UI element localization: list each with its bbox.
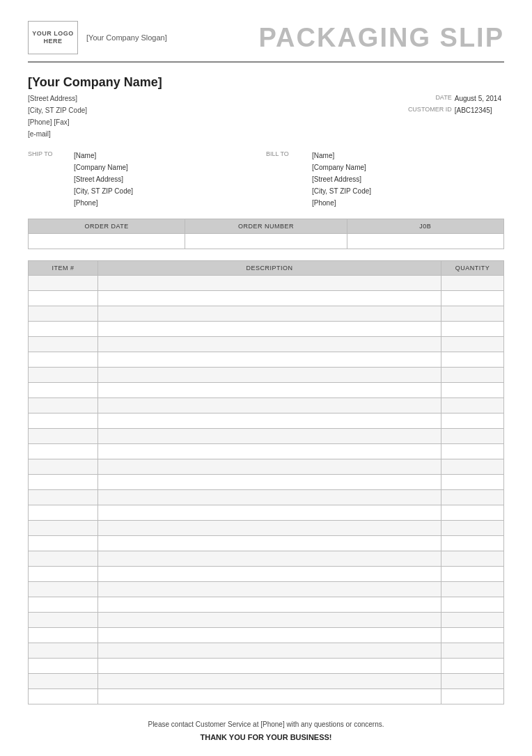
table-row <box>29 459 504 475</box>
table-row <box>29 613 504 628</box>
company-street: [Street Address] <box>28 93 87 104</box>
quantity-cell <box>441 414 504 429</box>
description-cell <box>98 459 441 475</box>
description-cell <box>98 444 441 459</box>
table-row <box>29 444 504 459</box>
order-date-header: ORDER DATE <box>29 219 185 234</box>
company-section: [Your Company Name] [Street Address] [Ci… <box>28 75 504 140</box>
footer: Please contact Customer Service at [Phon… <box>28 718 504 745</box>
description-cell <box>98 536 441 551</box>
quantity-cell <box>441 306 504 322</box>
quantity-cell <box>441 490 504 505</box>
page-title: PACKAGING SLIP <box>259 23 504 53</box>
description-cell <box>98 429 441 444</box>
item-cell <box>29 475 98 490</box>
table-row <box>29 659 504 674</box>
company-address: [Street Address] [City, ST ZIP Code] [Ph… <box>28 93 87 140</box>
description-cell <box>98 643 441 659</box>
item-cell <box>29 291 98 306</box>
ship-to-block: SHIP TO [Name] [Company Name] [Street Ad… <box>28 150 266 209</box>
order-number-cell <box>185 234 347 249</box>
table-row <box>29 276 504 291</box>
quantity-cell <box>441 505 504 521</box>
item-cell <box>29 521 98 536</box>
item-cell <box>29 613 98 628</box>
order-row <box>29 234 504 249</box>
header-left: YOUR LOGO HERE [Your Company Slogan] <box>28 21 167 54</box>
item-cell <box>29 628 98 643</box>
table-row <box>29 674 504 689</box>
footer-thank-you: THANK YOU FOR YOUR BUSINESS! <box>28 731 504 745</box>
bill-to-company: [Company Name] <box>312 162 371 173</box>
item-cell <box>29 689 98 704</box>
order-table: ORDER DATE ORDER NUMBER J0B <box>28 219 504 249</box>
quantity-cell <box>441 383 504 398</box>
item-cell <box>29 368 98 383</box>
bill-to-label: BILL TO <box>266 150 301 209</box>
footer-contact: Please contact Customer Service at [Phon… <box>28 718 504 731</box>
order-number-header: ORDER NUMBER <box>185 219 347 234</box>
table-row <box>29 368 504 383</box>
page: YOUR LOGO HERE [Your Company Slogan] PAC… <box>0 0 532 756</box>
item-cell <box>29 536 98 551</box>
description-cell <box>98 689 441 704</box>
bill-to-street: [Street Address] <box>312 173 371 185</box>
item-cell <box>29 505 98 521</box>
quantity-cell <box>441 459 504 475</box>
ship-to-label: SHIP TO <box>28 150 63 209</box>
description-cell <box>98 613 441 628</box>
table-row <box>29 689 504 704</box>
description-cell <box>98 306 441 322</box>
description-cell <box>98 352 441 368</box>
description-cell <box>98 490 441 505</box>
date-value: August 5, 2014 <box>455 93 504 104</box>
job-cell <box>347 234 503 249</box>
meta-info: DATE August 5, 2014 CUSTOMER ID [ABC1234… <box>408 93 504 116</box>
description-cell <box>98 475 441 490</box>
item-cell <box>29 429 98 444</box>
bill-to-address: [Name] [Company Name] [Street Address] [… <box>312 150 371 209</box>
item-cell <box>29 597 98 613</box>
quantity-cell <box>441 643 504 659</box>
table-row <box>29 306 504 322</box>
quantity-cell <box>441 429 504 444</box>
description-cell <box>98 551 441 567</box>
item-cell <box>29 459 98 475</box>
header: YOUR LOGO HERE [Your Company Slogan] PAC… <box>28 21 504 63</box>
description-cell <box>98 582 441 597</box>
item-cell <box>29 490 98 505</box>
description-cell <box>98 291 441 306</box>
item-cell <box>29 383 98 398</box>
job-header: J0B <box>347 219 503 234</box>
ship-to-phone: [Phone] <box>74 197 133 209</box>
table-row <box>29 337 504 352</box>
quantity-cell <box>441 551 504 567</box>
quantity-cell <box>441 444 504 459</box>
table-row <box>29 643 504 659</box>
company-phone-fax: [Phone] [Fax] <box>28 116 87 128</box>
table-row <box>29 521 504 536</box>
description-cell <box>98 276 441 291</box>
description-cell <box>98 597 441 613</box>
bill-to-city-zip: [City, ST ZIP Code] <box>312 185 371 197</box>
table-row <box>29 536 504 551</box>
table-row <box>29 505 504 521</box>
item-cell <box>29 276 98 291</box>
table-row <box>29 597 504 613</box>
description-cell <box>98 383 441 398</box>
item-cell <box>29 306 98 322</box>
description-cell <box>98 368 441 383</box>
description-cell <box>98 674 441 689</box>
description-cell <box>98 521 441 536</box>
ship-bill-row: SHIP TO [Name] [Company Name] [Street Ad… <box>28 150 504 209</box>
description-cell <box>98 414 441 429</box>
company-city-zip: [City, ST ZIP Code] <box>28 104 87 116</box>
item-cell <box>29 444 98 459</box>
quantity-cell <box>441 597 504 613</box>
description-cell <box>98 505 441 521</box>
items-table: ITEM # DESCRIPTION QUANTITY <box>28 260 504 704</box>
ship-to-company: [Company Name] <box>74 162 133 173</box>
item-cell <box>29 551 98 567</box>
table-row <box>29 582 504 597</box>
table-row <box>29 628 504 643</box>
